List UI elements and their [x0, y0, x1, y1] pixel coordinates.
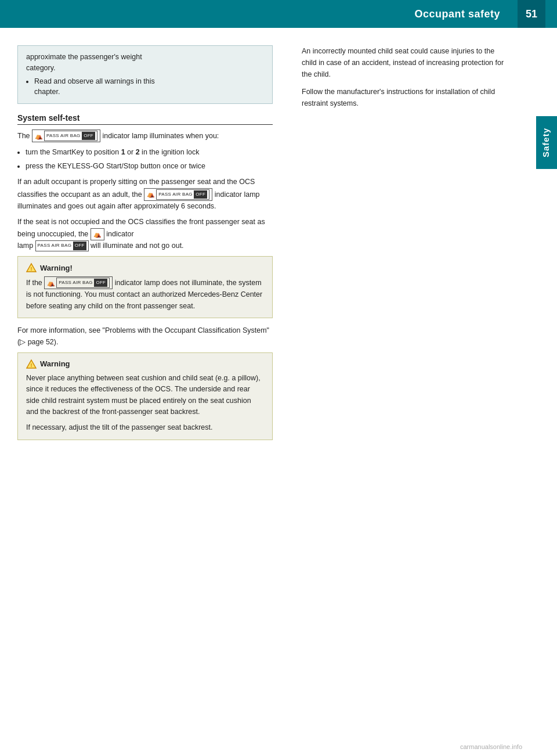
- seat-symbol: ⛺: [35, 131, 43, 141]
- svg-text:!: !: [31, 266, 32, 272]
- pass-air-badge-4: PASS AIR BAG OFF: [56, 278, 110, 288]
- intro-line1: approximate the passenger's weight: [26, 53, 142, 61]
- right-para2: Follow the manufacturer's instructions f…: [302, 86, 505, 109]
- main-content: approximate the passenger's weight categ…: [0, 28, 557, 465]
- system-self-test-para3: If the seat is not occupied and the OCS …: [17, 217, 273, 251]
- warning-box-1: ! Warning! If the ⛺ PASS AIR BAG OFF ind…: [17, 256, 273, 318]
- pass-air-badge-2: PASS AIR BAG OFF: [156, 189, 209, 200]
- intro-box: approximate the passenger's weight categ…: [17, 45, 273, 104]
- system-self-test-para1: The ⛺ PASS AIR BAG OFF indicator lamp il…: [17, 129, 273, 142]
- intro-bullet-list: Read and observe all warnings in this ch…: [34, 76, 264, 98]
- left-column: approximate the passenger's weight categ…: [0, 39, 290, 453]
- right-para1: An incorrectly mounted child seat could …: [302, 45, 505, 80]
- svg-text:!: !: [31, 362, 32, 368]
- system-self-test-bullets: turn the SmartKey to position 1 or 2 in …: [26, 147, 273, 172]
- bullet-smartkey: turn the SmartKey to position 1 or 2 in …: [26, 147, 273, 158]
- seat-symbol-3: ⛺: [93, 229, 102, 239]
- page-number: 51: [518, 0, 545, 28]
- warning-title-1: ! Warning!: [26, 262, 264, 273]
- warning-box-2: ! Warning Never place anything between s…: [17, 352, 273, 440]
- para-after-warning1: For more information, see "Problems with…: [17, 325, 273, 348]
- right-column: An incorrectly mounted child seat could …: [290, 39, 534, 453]
- system-self-test-para2: If an adult occupant is properly sitting…: [17, 177, 273, 212]
- warning-text-2b: If necessary, adjust the tilt of the pas…: [26, 422, 264, 433]
- seat-symbol-2: ⛺: [147, 189, 155, 199]
- intro-line2: category.: [26, 64, 56, 72]
- ocs-icon-badge-1: ⛺ PASS AIR BAG OFF: [32, 129, 100, 142]
- section-heading-system-self-test: System self-test: [17, 113, 273, 125]
- header-bar: Occupant safety 51: [0, 0, 557, 28]
- warning-triangle-icon-2: !: [26, 359, 37, 369]
- pass-air-badge-3: PASS AIR BAG OFF: [35, 240, 89, 251]
- bullet-keyless: press the KEYLESS-GO Start/Stop button o…: [26, 161, 273, 172]
- warning-text-2a: Never place anything between seat cushio…: [26, 373, 264, 418]
- warning-triangle-icon-1: !: [26, 262, 37, 273]
- safety-tab: Safety: [536, 116, 557, 169]
- footer-watermark: carmanualsonline.info: [460, 743, 522, 750]
- ocs-icon-badge-2: ⛺ PASS AIR BAG OFF: [144, 188, 212, 201]
- ocs-icon-badge-4: ⛺ PASS AIR BAG OFF: [44, 276, 113, 289]
- seat-symbol-4: ⛺: [47, 278, 55, 288]
- pass-air-badge-1: PASS AIR BAG OFF: [44, 131, 97, 141]
- warning-title-2: ! Warning: [26, 359, 264, 369]
- warning-text-1: If the ⛺ PASS AIR BAG OFF indicator lamp…: [26, 276, 264, 312]
- ocs-icon-badge-3: ⛺: [91, 228, 104, 240]
- intro-bullet-1: Read and observe all warnings in this ch…: [34, 76, 264, 98]
- page-title: Occupant safety: [414, 8, 500, 20]
- warning-text-2: Never place anything between seat cushio…: [26, 373, 264, 434]
